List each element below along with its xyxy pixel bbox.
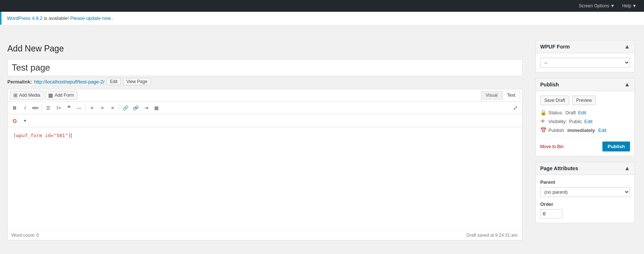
table-button[interactable]: ▦	[152, 103, 161, 112]
please-update-link[interactable]: Please update now	[70, 15, 111, 21]
wpuf-form-box: WPUF Form ▲ --	[535, 40, 635, 72]
visual-tab[interactable]: Visual	[481, 91, 502, 100]
help-button[interactable]: Help ▼	[619, 2, 640, 10]
help-arrow-icon: ▼	[632, 3, 637, 8]
order-label: Order	[540, 201, 630, 207]
editor-content[interactable]: [wpuf_form id="581"]	[8, 127, 522, 230]
grammarly-button[interactable]: G	[10, 116, 20, 125]
editor-media-btns: ⊞ Add Media ▦ Add Form	[10, 91, 77, 100]
page-attributes-box-header[interactable]: Page Attributes ▲	[536, 162, 634, 175]
toolbar-separator-2	[85, 104, 86, 111]
wpuf-form-title: WPUF Form	[540, 44, 570, 50]
status-value: Draft	[565, 110, 576, 115]
toolbar-separator-1	[42, 104, 42, 111]
hr-button[interactable]: —	[74, 103, 84, 112]
status-edit-link[interactable]: Edit	[578, 110, 586, 115]
editor-top-bar: ⊞ Add Media ▦ Add Form Visual Text	[8, 89, 522, 101]
publish-box-header[interactable]: Publish ▲	[536, 78, 634, 91]
strikethrough-button[interactable]: abc	[31, 103, 40, 112]
editor-wrap: ⊞ Add Media ▦ Add Form Visual Text B I	[7, 89, 523, 240]
indent-button[interactable]: ⇥	[141, 103, 151, 112]
bold-button[interactable]: B	[10, 103, 20, 112]
status-icon: 🔒	[540, 110, 546, 115]
update-notice-middle: is available!	[44, 15, 70, 21]
parent-label: Parent	[540, 179, 630, 185]
add-media-icon: ⊞	[13, 92, 18, 98]
formatting-toolbar-2: G ▼	[8, 114, 522, 127]
unordered-list-button[interactable]: ☰	[43, 103, 53, 112]
publish-bottom: Move to Bin Publish	[540, 137, 630, 151]
wpuf-form-select[interactable]: --	[540, 58, 630, 68]
link-button[interactable]: 🔗	[121, 103, 130, 112]
page-heading: Add New Page	[7, 44, 523, 54]
visibility-label: Visibility:	[548, 119, 567, 124]
text-cursor	[71, 133, 71, 138]
help-label: Help	[622, 3, 631, 8]
visibility-icon: 👁	[540, 118, 546, 124]
page-attributes-title: Page Attributes	[540, 165, 578, 171]
sidebar: WPUF Form ▲ -- Publish ▲ Save Draft Prev…	[530, 36, 640, 254]
align-center-button[interactable]: ≡	[98, 103, 107, 112]
permalink-label: Permalink:	[7, 79, 32, 85]
wpuf-form-toggle-icon: ▲	[624, 43, 630, 50]
formatting-toolbar: B I abc ☰ 1≡ ❝ — ≡ ≡ ≡ 🔗 🔗 ⇥ ▦ ⤢	[8, 101, 522, 114]
grammarly-dropdown[interactable]: ▼	[20, 116, 30, 125]
ordered-list-button[interactable]: 1≡	[54, 103, 63, 112]
editor-footer: Word count: 0 Draft saved at 9:24:31 am.	[8, 230, 522, 240]
add-media-label: Add Media	[19, 93, 40, 98]
status-row: 🔒 Status: Draft Edit	[540, 110, 630, 115]
page-attributes-toggle-icon: ▲	[624, 165, 630, 172]
fullscreen-button[interactable]: ⤢	[510, 103, 520, 112]
permalink-edit-button[interactable]: Edit	[107, 78, 121, 85]
parent-select[interactable]: (no parent)	[540, 187, 630, 197]
wpuf-form-content: --	[536, 53, 634, 72]
publish-box: Publish ▲ Save Draft Preview 🔒 Status: D…	[535, 78, 635, 156]
publish-actions-top: Save Draft Preview	[540, 96, 630, 105]
page-attributes-box: Page Attributes ▲ Parent (no parent) Ord…	[535, 162, 635, 223]
save-draft-button[interactable]: Save Draft	[540, 96, 569, 105]
add-form-icon: ▦	[48, 92, 53, 98]
wpuf-form-box-header[interactable]: WPUF Form ▲	[536, 40, 634, 53]
top-bar-right: Screen Options ▼ Help ▼	[576, 2, 640, 10]
order-input[interactable]: 0	[540, 209, 562, 218]
publish-box-title: Publish	[540, 82, 559, 87]
visibility-value: Public	[569, 119, 582, 124]
update-notice: WordPress 4.8.2 is available! Please upd…	[0, 12, 644, 25]
draft-saved-status: Draft saved at 9:24:31 am.	[467, 233, 519, 238]
wordpress-version-link[interactable]: WordPress 4.8.2	[7, 15, 43, 21]
publish-time-value: immediately	[567, 128, 595, 133]
publish-time-edit-link[interactable]: Edit	[598, 128, 606, 133]
publish-button[interactable]: Publish	[602, 142, 630, 151]
align-left-button[interactable]: ≡	[87, 103, 97, 112]
add-media-button[interactable]: ⊞ Add Media	[10, 91, 43, 100]
view-page-button[interactable]: View Page	[123, 78, 151, 85]
screen-options-button[interactable]: Screen Options ▼	[576, 2, 618, 10]
publish-box-content: Save Draft Preview 🔒 Status: Draft Edit …	[536, 91, 634, 156]
visibility-edit-link[interactable]: Edit	[584, 119, 592, 124]
word-count: Word count: 0	[11, 233, 39, 238]
permalink-url[interactable]: http://localhost/wpuff/test-page-2/	[34, 79, 104, 85]
unlink-button[interactable]: 🔗	[131, 103, 141, 112]
page-title-input[interactable]: Test page	[7, 59, 523, 76]
italic-button[interactable]: I	[20, 103, 30, 112]
permalink-row: Permalink: http://localhost/wpuff/test-p…	[7, 78, 523, 85]
page-attributes-content: Parent (no parent) Order 0	[536, 175, 634, 223]
publish-time-label: Publish	[548, 128, 564, 133]
publish-time-icon: 📅	[540, 127, 546, 133]
add-form-button[interactable]: ▦ Add Form	[45, 91, 77, 100]
editor-view-tabs: Visual Text	[481, 91, 520, 100]
move-to-bin-link[interactable]: Move to Bin	[540, 144, 563, 149]
update-notice-suffix: .	[112, 15, 114, 21]
editor-shortcode-text: [wpuf_form id="581"]	[13, 133, 71, 138]
screen-options-label: Screen Options	[579, 3, 609, 8]
main-content: Add New Page Test page Permalink: http:/…	[0, 36, 530, 254]
align-right-button[interactable]: ≡	[108, 103, 117, 112]
text-tab[interactable]: Text	[502, 91, 520, 100]
visibility-row: 👁 Visibility: Public Edit	[540, 118, 630, 124]
screen-options-arrow-icon: ▼	[611, 3, 615, 8]
blockquote-button[interactable]: ❝	[64, 103, 74, 112]
add-form-label: Add Form	[54, 93, 74, 98]
page-wrapper: Add New Page Test page Permalink: http:/…	[0, 36, 644, 254]
top-bar: Screen Options ▼ Help ▼	[0, 0, 644, 12]
preview-button[interactable]: Preview	[572, 96, 596, 105]
